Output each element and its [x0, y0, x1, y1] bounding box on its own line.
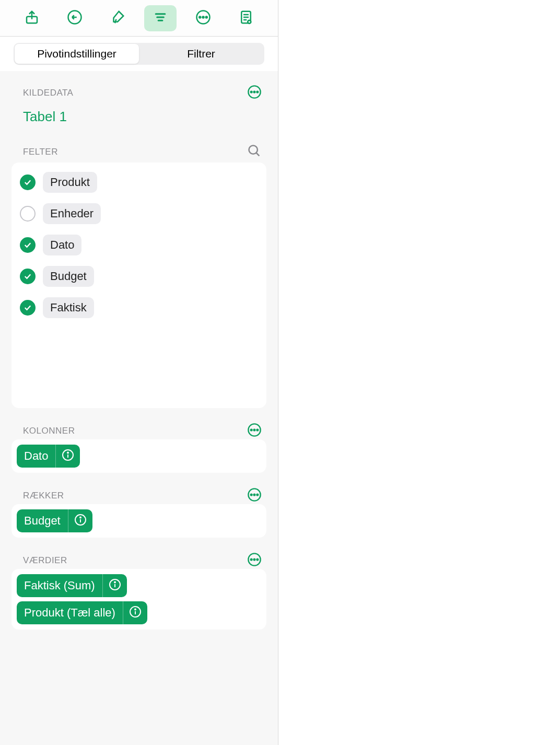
- value-pill-info-button[interactable]: [123, 601, 147, 624]
- share-button[interactable]: [16, 5, 48, 31]
- tab-filter-label: Filtrer: [187, 48, 215, 60]
- field-label-budget[interactable]: Budget: [43, 266, 94, 287]
- doc-review-icon: [238, 9, 254, 27]
- field-row-budget: Budget: [11, 261, 266, 292]
- document-review-button[interactable]: [230, 5, 262, 31]
- svg-point-27: [67, 452, 68, 453]
- svg-point-31: [256, 494, 258, 496]
- share-icon: [24, 9, 40, 27]
- value-pill-faktisk[interactable]: Faktisk (Sum): [17, 574, 127, 597]
- tab-pivot-settings-label: Pivotindstillinger: [37, 48, 116, 60]
- value-pill-produkt[interactable]: Produkt (Tæl alle): [17, 601, 147, 624]
- column-pill-info-button[interactable]: [56, 445, 80, 468]
- column-pill-label: Dato: [17, 445, 56, 468]
- svg-point-19: [249, 146, 258, 154]
- values-more-button[interactable]: [247, 553, 262, 568]
- info-icon: [74, 514, 87, 528]
- svg-point-23: [254, 429, 255, 431]
- undo-button[interactable]: [59, 5, 91, 31]
- svg-point-37: [254, 559, 255, 561]
- svg-point-18: [256, 91, 258, 93]
- tab-pivot-settings[interactable]: Pivotindstillinger: [15, 44, 139, 64]
- svg-point-38: [256, 559, 258, 561]
- svg-point-34: [80, 517, 81, 518]
- row-pill-info-button[interactable]: [68, 509, 92, 532]
- rows-section-label: RÆKKER: [23, 491, 64, 501]
- field-label-faktisk[interactable]: Faktisk: [43, 297, 94, 318]
- values-section-label: VÆRDIER: [23, 555, 67, 566]
- field-checkbox-faktisk[interactable]: [20, 300, 36, 316]
- svg-point-8: [206, 16, 207, 18]
- source-table-name[interactable]: Tabel 1: [0, 99, 278, 130]
- svg-point-22: [251, 429, 252, 431]
- more-options-button[interactable]: [187, 5, 219, 31]
- field-checkbox-dato[interactable]: [20, 237, 36, 253]
- fields-list: Produkt Enheder Dato Budget: [11, 162, 266, 408]
- rows-section-header: RÆKKER: [0, 473, 278, 501]
- more-circle-icon: [247, 552, 262, 569]
- svg-point-41: [114, 582, 115, 583]
- fields-search-button[interactable]: [247, 144, 262, 160]
- field-row-enheder: Enheder: [11, 198, 266, 229]
- field-checkbox-produkt[interactable]: [20, 174, 36, 190]
- svg-point-7: [203, 16, 204, 18]
- columns-drop-area[interactable]: Dato: [11, 439, 266, 473]
- value-pill-label: Produkt (Tæl alle): [17, 601, 123, 624]
- field-label-enheder[interactable]: Enheder: [43, 203, 101, 224]
- svg-line-20: [256, 153, 260, 156]
- more-circle-icon: [247, 85, 262, 101]
- source-more-button[interactable]: [247, 85, 262, 101]
- columns-more-button[interactable]: [247, 423, 262, 439]
- svg-point-44: [135, 609, 136, 610]
- panel-scroll-area: KILDEDATA Tabel 1 FELTER Produkt: [0, 71, 278, 745]
- values-section-header: VÆRDIER: [0, 538, 278, 566]
- column-pill-dato[interactable]: Dato: [17, 445, 80, 468]
- field-row-produkt: Produkt: [11, 167, 266, 198]
- row-pill-budget[interactable]: Budget: [17, 509, 92, 532]
- columns-section-label: KOLONNER: [23, 426, 75, 436]
- rows-drop-area[interactable]: Budget: [11, 504, 266, 538]
- field-label-dato[interactable]: Dato: [43, 235, 81, 255]
- svg-point-17: [254, 91, 255, 93]
- tab-filter[interactable]: Filtrer: [139, 44, 263, 64]
- field-row-faktisk: Faktisk: [11, 292, 266, 323]
- fields-section-label: FELTER: [23, 147, 58, 157]
- undo-icon: [67, 9, 83, 27]
- info-icon: [62, 449, 74, 463]
- organize-icon: [153, 9, 168, 27]
- more-circle-icon: [247, 423, 262, 439]
- search-icon: [247, 144, 262, 160]
- info-icon: [109, 578, 121, 593]
- brush-icon: [110, 9, 125, 27]
- value-pill-info-button[interactable]: [103, 574, 127, 597]
- svg-point-24: [256, 429, 258, 431]
- svg-point-14: [249, 21, 250, 22]
- svg-point-30: [254, 494, 255, 496]
- pivot-tabs: Pivotindstillinger Filtrer: [14, 43, 264, 65]
- value-pill-label: Faktisk (Sum): [17, 574, 103, 597]
- format-toolbar: [0, 0, 278, 37]
- more-circle-icon: [195, 9, 211, 27]
- format-brush-button[interactable]: [101, 5, 134, 31]
- svg-point-36: [251, 559, 252, 561]
- field-row-dato: Dato: [11, 229, 266, 261]
- fields-section-header: FELTER: [0, 130, 278, 158]
- more-circle-icon: [247, 487, 262, 504]
- rows-more-button[interactable]: [247, 488, 262, 504]
- pivot-options-panel: Pivotindstillinger Filtrer KILDEDATA Tab…: [0, 0, 278, 745]
- row-pill-label: Budget: [17, 509, 68, 532]
- field-label-produkt[interactable]: Produkt: [43, 172, 97, 193]
- organize-button[interactable]: [144, 5, 177, 31]
- source-section-header: KILDEDATA: [0, 71, 278, 99]
- svg-point-6: [199, 16, 201, 18]
- svg-point-29: [251, 494, 252, 496]
- info-icon: [129, 606, 142, 620]
- field-checkbox-budget[interactable]: [20, 269, 36, 284]
- field-checkbox-enheder[interactable]: [20, 206, 36, 222]
- svg-point-16: [251, 91, 252, 93]
- values-drop-area[interactable]: Faktisk (Sum) Produkt (Tæl alle): [11, 569, 266, 630]
- source-section-label: KILDEDATA: [23, 88, 73, 98]
- columns-section-header: KOLONNER: [0, 408, 278, 436]
